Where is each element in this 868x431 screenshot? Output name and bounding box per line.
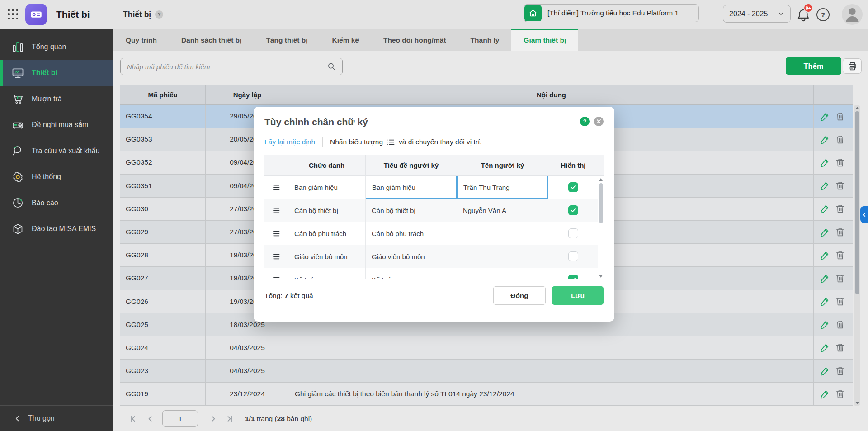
scrollbar-thumb[interactable]: [855, 111, 859, 294]
tab-4[interactable]: Theo dõi hỏng/mất: [371, 29, 458, 51]
save-button[interactable]: Lưu: [552, 286, 604, 305]
sidebar-item-3[interactable]: Đề nghị mua sắm: [0, 112, 113, 138]
sidebar-item-0[interactable]: Tổng quan: [0, 34, 113, 60]
add-button[interactable]: Thêm: [786, 57, 841, 75]
table-row[interactable]: GG024 04/03/2025: [120, 336, 853, 360]
signer-title-field[interactable]: Giáo viên bộ môn: [366, 245, 457, 268]
sidebar-item-4[interactable]: Tra cứu và xuất khẩu: [0, 138, 113, 164]
edit-icon[interactable]: [820, 134, 830, 145]
delete-icon[interactable]: [835, 227, 845, 237]
modal-help-icon[interactable]: ?: [580, 117, 590, 126]
page-number-input[interactable]: 1: [162, 410, 198, 427]
edit-icon[interactable]: [820, 366, 830, 376]
home-icon: [524, 5, 542, 21]
delete-icon[interactable]: [835, 366, 845, 376]
gear-icon: [12, 171, 24, 183]
sidebar-collapse-button[interactable]: Thu gọn: [0, 405, 113, 431]
scroll-down-arrow-icon[interactable]: [599, 275, 603, 278]
edit-icon[interactable]: [820, 227, 830, 237]
signer-title-field[interactable]: Ban giám hiệu: [366, 176, 457, 199]
notification-bell-icon[interactable]: 9+: [796, 7, 811, 23]
drag-handle-icon[interactable]: [264, 222, 288, 245]
prev-page-icon[interactable]: [146, 414, 155, 423]
drag-handle-icon[interactable]: [264, 268, 288, 279]
tab-0[interactable]: Quy trình: [113, 29, 169, 51]
modal-scrollbar[interactable]: [598, 176, 604, 279]
next-page-icon[interactable]: [209, 414, 218, 423]
visibility-checkbox[interactable]: [568, 182, 578, 192]
signer-title-field[interactable]: Cán bộ thiết bị: [366, 199, 457, 222]
sidebar-item-6[interactable]: Báo cáo: [0, 190, 113, 216]
delete-icon[interactable]: [835, 180, 845, 191]
sidebar-item-5[interactable]: Hệ thống: [0, 164, 113, 190]
signer-name-field[interactable]: [457, 245, 548, 268]
delete-icon[interactable]: [835, 296, 845, 307]
delete-icon[interactable]: [835, 134, 845, 145]
scroll-up-arrow-icon[interactable]: [855, 107, 859, 109]
tab-3[interactable]: Kiểm kê: [320, 29, 371, 51]
sidebar-item-1[interactable]: Thiết bị: [0, 60, 113, 86]
avatar[interactable]: [842, 4, 863, 25]
signer-title-field[interactable]: Cán bộ phụ trách: [366, 222, 457, 245]
scrollbar-thumb[interactable]: [599, 183, 603, 223]
delete-icon[interactable]: [835, 111, 845, 122]
delete-icon[interactable]: [835, 273, 845, 284]
sidebar-item-7[interactable]: Đào tạo MISA EMIS: [0, 216, 113, 242]
visibility-checkbox[interactable]: [568, 275, 578, 279]
edit-icon[interactable]: [820, 250, 830, 260]
modal-close-icon[interactable]: [594, 117, 604, 126]
reset-default-link[interactable]: Lấy lại mặc định: [264, 138, 315, 146]
first-page-icon[interactable]: [128, 414, 137, 423]
search-input[interactable]: [120, 58, 343, 75]
signer-name-field[interactable]: [457, 268, 548, 279]
search-icon[interactable]: [327, 62, 336, 71]
sidebar-item-2[interactable]: Mượn trả: [0, 86, 113, 112]
drag-handle-icon[interactable]: [264, 176, 288, 199]
edit-icon[interactable]: [820, 180, 830, 191]
drag-handle-icon[interactable]: [264, 245, 288, 268]
school-year-select[interactable]: 2024 - 2025: [723, 5, 791, 23]
scroll-down-arrow-icon[interactable]: [855, 402, 859, 404]
tab-5[interactable]: Thanh lý: [458, 29, 512, 51]
visibility-checkbox[interactable]: [568, 251, 578, 261]
school-selector[interactable]: [Thí điểm] Trường tiểu học Edu Platform …: [524, 4, 699, 22]
drag-handle-icon[interactable]: [264, 199, 288, 222]
delete-icon[interactable]: [835, 204, 845, 214]
edit-icon[interactable]: [820, 111, 830, 122]
edit-icon[interactable]: [820, 273, 830, 284]
delete-icon[interactable]: [835, 157, 845, 168]
vertical-scrollbar[interactable]: [854, 105, 860, 406]
edit-icon[interactable]: [820, 319, 830, 330]
sidebar: Tổng quanThiết bịMượn trảĐề nghị mua sắm…: [0, 29, 113, 431]
table-row[interactable]: GG023 04/03/2025: [120, 360, 853, 383]
delete-icon[interactable]: [835, 389, 845, 399]
edit-icon[interactable]: [820, 157, 830, 168]
page-help-icon[interactable]: ?: [155, 10, 163, 19]
scroll-up-arrow-icon[interactable]: [599, 178, 603, 181]
delete-icon[interactable]: [835, 250, 845, 260]
visibility-checkbox[interactable]: [568, 205, 578, 215]
edit-icon[interactable]: [820, 204, 830, 214]
app-logo-projector-icon[interactable]: [25, 4, 47, 25]
delete-icon[interactable]: [835, 319, 845, 330]
edit-icon[interactable]: [820, 389, 830, 399]
tab-2[interactable]: Tăng thiết bị: [254, 29, 320, 51]
tab-6[interactable]: Giảm thiết bị: [511, 29, 578, 51]
signer-title-field[interactable]: Kế toán: [366, 268, 457, 279]
signer-name-field[interactable]: Trần Thu Trang: [457, 176, 548, 199]
help-icon[interactable]: ?: [816, 8, 830, 21]
close-button[interactable]: Đóng: [493, 286, 546, 305]
visibility-checkbox[interactable]: [568, 228, 578, 238]
signer-name-field[interactable]: Nguyễn Văn A: [457, 199, 548, 222]
tab-1[interactable]: Danh sách thiết bị: [169, 29, 254, 51]
side-panel-toggle[interactable]: [860, 206, 868, 223]
print-button[interactable]: [843, 58, 862, 74]
delete-icon[interactable]: [835, 342, 845, 353]
app-grid-icon[interactable]: [8, 9, 19, 20]
edit-icon[interactable]: [820, 342, 830, 353]
last-page-icon[interactable]: [225, 414, 234, 423]
table-row[interactable]: GG019 23/12/2024 Ghi giảm các thiết bị t…: [120, 383, 853, 406]
voucher-content-cell: Ghi giảm các thiết bị theo biên bản than…: [289, 383, 814, 405]
edit-icon[interactable]: [820, 296, 830, 307]
signer-name-field[interactable]: [457, 222, 548, 245]
